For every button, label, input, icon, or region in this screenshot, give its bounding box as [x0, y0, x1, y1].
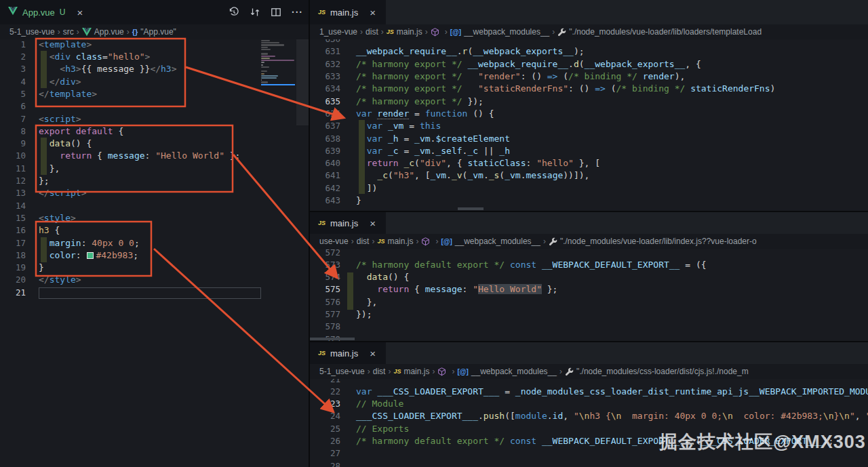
breadcrumb-item[interactable]: dist — [357, 237, 370, 246]
chevron-right-icon: › — [127, 27, 130, 37]
breadcrumb-item[interactable]: src — [63, 27, 74, 37]
split-editor-button[interactable] — [271, 7, 281, 18]
line-number: 636 — [310, 108, 340, 120]
code-line: 24___CSS_LOADER_EXPORT___.push([module.i… — [310, 410, 868, 422]
line-number: 574 — [310, 271, 340, 283]
code-line: 14 — [0, 200, 309, 212]
code-editor[interactable]: 572573/* harmony default export */ const… — [310, 247, 868, 342]
close-icon[interactable]: × — [370, 348, 376, 359]
breadcrumb-item[interactable] — [421, 237, 433, 246]
more-actions-button[interactable]: ··· — [292, 7, 303, 18]
line-number: 3 — [0, 63, 26, 75]
breadcrumb: 5-1_use-vue›src›App.vue›{}"App.vue" — [0, 24, 309, 39]
breadcrumb-item[interactable]: "./node_modules/vue-loader/lib/loaders/t… — [557, 27, 762, 37]
tab-strip-filler — [386, 0, 868, 24]
breadcrumb: 5-1_use-vue›dist›JSmain.js››[@]__webpack… — [310, 364, 868, 379]
minimap-slider[interactable] — [296, 39, 309, 125]
breadcrumb-item[interactable]: {}"App.vue" — [132, 27, 176, 37]
breadcrumb-item[interactable]: [@]__webpack_modules__ — [457, 367, 557, 376]
code-line: 17 margin: 40px 0 0; — [0, 237, 309, 249]
line-number: 637 — [310, 120, 340, 132]
close-icon[interactable]: × — [77, 7, 83, 18]
minimap-line — [261, 53, 268, 54]
tab-label: main.js — [330, 7, 358, 18]
breadcrumb-item[interactable]: 5-1_use-vue — [319, 367, 365, 376]
minimap[interactable] — [261, 40, 296, 86]
tab-main-js[interactable]: JSmain.js× — [310, 0, 386, 24]
tab-main-js[interactable]: JSmain.js× — [310, 212, 386, 234]
line-number: 11 — [0, 163, 26, 175]
chevron-right-icon: › — [435, 237, 438, 246]
code-line: 577}); — [310, 308, 868, 321]
split-editor-icon — [271, 7, 281, 18]
code-line: 573/* harmony default export */ const __… — [310, 259, 868, 271]
breadcrumb-item[interactable]: [@]__webpack_modules__ — [450, 27, 550, 37]
code-line: 12}; — [0, 175, 309, 187]
line-number: 12 — [0, 175, 26, 187]
breadcrumb: use-vue›dist›JSmain.js››[@]__webpack_mod… — [310, 234, 868, 249]
minimap-line — [261, 79, 262, 81]
code-line: 635/* harmony export */ }); — [310, 96, 868, 108]
line-number: 643 — [310, 195, 340, 207]
wrench-icon — [565, 367, 574, 376]
breadcrumb-item[interactable]: dist — [366, 27, 378, 37]
tab-app-vue[interactable]: App.vue U × — [0, 0, 90, 24]
breadcrumb-item[interactable]: JSmain.js — [387, 27, 422, 37]
line-number: 23 — [310, 398, 340, 410]
horizontal-scrollbar[interactable] — [310, 338, 355, 340]
breadcrumb-item[interactable] — [437, 367, 449, 376]
breadcrumb-item[interactable]: "./node_modules/vue-loader/lib/index.js?… — [549, 237, 757, 246]
compare-changes-button[interactable] — [250, 7, 260, 18]
breadcrumb-item[interactable] — [431, 28, 442, 37]
line-number: 631 — [310, 45, 340, 58]
line-number: 640 — [310, 157, 340, 169]
at-icon: [@] — [450, 28, 461, 36]
code-line: 639 var _c = _vm._self._c || _h — [310, 145, 868, 157]
code-line: 9 data() { — [0, 138, 309, 150]
editor-pane-main-js-render: JSmain.js× 1_use-vue›dist›JSmain.js››[@]… — [310, 0, 868, 211]
breadcrumb-item[interactable]: [@]__webpack_modules__ — [441, 237, 540, 246]
breadcrumb-item[interactable]: dist — [373, 367, 386, 376]
code-line: 22var ___CSS_LOADER_EXPORT___ = _node_mo… — [310, 386, 868, 398]
history-button[interactable] — [229, 7, 239, 18]
code-line: 10 return { message: "Hello World" }; — [0, 150, 309, 162]
line-number: 15 — [0, 212, 26, 224]
code-line: 637 var _vm = this — [310, 120, 868, 132]
code-line: 643} — [310, 195, 868, 207]
code-line: 633/* harmony export */ "render": () => … — [310, 70, 868, 83]
code-line: 579 — [310, 333, 868, 341]
line-number: 8 — [0, 125, 26, 138]
code-editor[interactable]: 630631__webpack_require__.r(__webpack_ex… — [310, 33, 868, 207]
chevron-right-icon: › — [445, 27, 448, 37]
line-number: 24 — [310, 410, 340, 422]
line-number: 639 — [310, 145, 340, 157]
minimap-line — [261, 47, 268, 48]
code-line: 11 }, — [0, 163, 309, 175]
watermark: 掘金技术社区@XMX303 — [659, 430, 866, 454]
tab-main-js[interactable]: JSmain.js× — [310, 342, 386, 364]
close-icon[interactable]: × — [370, 218, 376, 229]
breadcrumb-item[interactable]: 1_use-vue — [319, 27, 357, 37]
js-icon: JS — [318, 9, 326, 16]
breadcrumb-item[interactable]: JSmain.js — [377, 237, 413, 246]
line-number: 19 — [0, 262, 26, 274]
chevron-right-icon: › — [416, 237, 418, 246]
line-number: 13 — [0, 187, 26, 199]
breadcrumb-item[interactable]: JSmain.js — [393, 367, 429, 376]
chevron-right-icon: › — [552, 27, 555, 37]
chevron-right-icon: › — [425, 27, 428, 37]
line-number: 27 — [310, 447, 340, 460]
close-icon[interactable]: × — [370, 7, 376, 18]
history-icon — [229, 7, 239, 18]
line-number: 22 — [310, 386, 340, 398]
code-line: 574 data() { — [310, 271, 868, 283]
breadcrumb-item[interactable]: App.vue — [82, 27, 124, 37]
breadcrumb-item[interactable]: 5-1_use-vue — [9, 27, 55, 37]
breadcrumb-item[interactable]: use-vue — [319, 237, 349, 246]
line-number: 9 — [0, 138, 26, 150]
code-line: 23// Module — [310, 398, 868, 410]
horizontal-scrollbar[interactable] — [458, 207, 484, 210]
braces-icon: {} — [132, 28, 138, 36]
line-number: 2 — [0, 51, 26, 63]
breadcrumb-item[interactable]: "./node_modules/css-loader/dist/cjs.js!.… — [565, 367, 749, 376]
